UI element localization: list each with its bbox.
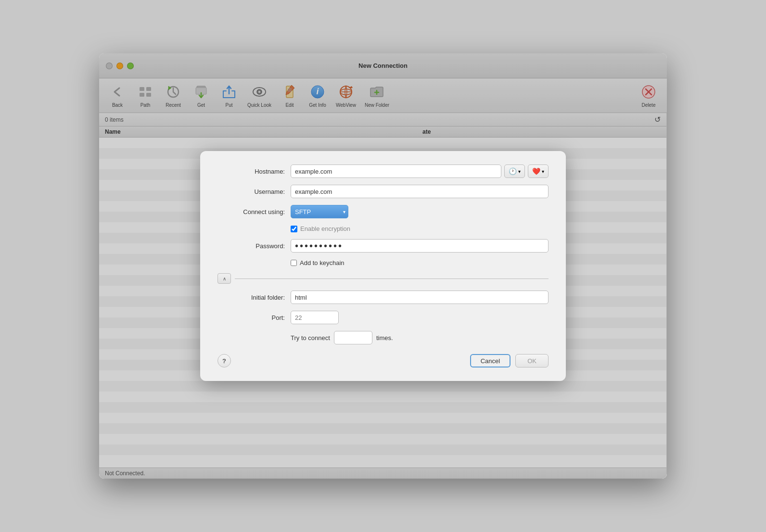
hostname-row: Hostname: 🕐 ▾ ❤️ ▾ bbox=[217, 165, 549, 178]
favorites-chevron: ▾ bbox=[542, 169, 544, 174]
password-input[interactable] bbox=[291, 239, 549, 253]
help-button[interactable]: ? bbox=[217, 354, 231, 367]
history-chevron: ▾ bbox=[518, 169, 521, 174]
keychain-label-text: Add to keychain bbox=[300, 259, 345, 266]
dialog-footer: ? Cancel OK bbox=[217, 354, 549, 367]
protocol-select[interactable]: SFTP FTP FTPS bbox=[291, 205, 348, 218]
divider-line bbox=[235, 279, 549, 279]
password-row: Password: bbox=[217, 239, 549, 253]
password-label: Password: bbox=[217, 242, 285, 250]
encryption-label-text: Enable encryption bbox=[300, 225, 350, 232]
main-window: New Connection Back Path bbox=[99, 53, 667, 479]
ok-label: OK bbox=[527, 357, 536, 365]
ok-button[interactable]: OK bbox=[515, 354, 549, 367]
hostname-input[interactable] bbox=[291, 165, 501, 178]
username-label: Username: bbox=[217, 188, 285, 195]
keychain-label[interactable]: Add to keychain bbox=[291, 259, 345, 266]
collapse-button[interactable]: ∧ bbox=[217, 273, 231, 284]
username-input[interactable] bbox=[291, 185, 549, 198]
connect-using-label: Connect using: bbox=[217, 208, 285, 215]
chevron-up-icon: ∧ bbox=[223, 276, 226, 281]
port-label: Port: bbox=[217, 314, 285, 321]
times-label: times. bbox=[376, 334, 393, 342]
port-row: Port: bbox=[217, 311, 549, 324]
connect-using-row: Connect using: SFTP FTP FTPS ▾ bbox=[217, 205, 549, 218]
port-input[interactable] bbox=[291, 311, 339, 324]
encryption-checkbox[interactable] bbox=[291, 226, 297, 232]
hostname-input-group: 🕐 ▾ ❤️ ▾ bbox=[291, 165, 549, 178]
initial-folder-label: Initial folder: bbox=[217, 294, 285, 301]
try-connect-label: Try to connect bbox=[291, 334, 330, 342]
clock-icon: 🕐 bbox=[509, 167, 517, 175]
keychain-row: Add to keychain bbox=[291, 259, 549, 266]
username-row: Username: bbox=[217, 185, 549, 198]
cancel-label: Cancel bbox=[481, 357, 500, 365]
heart-icon: ❤️ bbox=[532, 167, 540, 175]
favorites-button[interactable]: ❤️ ▾ bbox=[528, 165, 549, 178]
encryption-label[interactable]: Enable encryption bbox=[291, 225, 350, 232]
keychain-checkbox[interactable] bbox=[291, 260, 297, 266]
modal-overlay: Hostname: 🕐 ▾ ❤️ ▾ Username: bbox=[99, 53, 667, 479]
protocol-selector: SFTP FTP FTPS ▾ bbox=[291, 205, 348, 218]
initial-folder-input[interactable] bbox=[291, 291, 549, 304]
help-icon: ? bbox=[222, 357, 226, 365]
history-button[interactable]: 🕐 ▾ bbox=[504, 165, 525, 178]
initial-folder-row: Initial folder: bbox=[217, 291, 549, 304]
new-connection-dialog: Hostname: 🕐 ▾ ❤️ ▾ Username: bbox=[200, 151, 566, 381]
cancel-button[interactable]: Cancel bbox=[470, 354, 511, 367]
try-connect-input[interactable] bbox=[334, 331, 372, 344]
try-connect-row: Try to connect times. bbox=[217, 331, 549, 344]
divider-row: ∧ bbox=[217, 273, 549, 284]
hostname-label: Hostname: bbox=[217, 168, 285, 175]
encryption-row: Enable encryption bbox=[291, 225, 549, 232]
